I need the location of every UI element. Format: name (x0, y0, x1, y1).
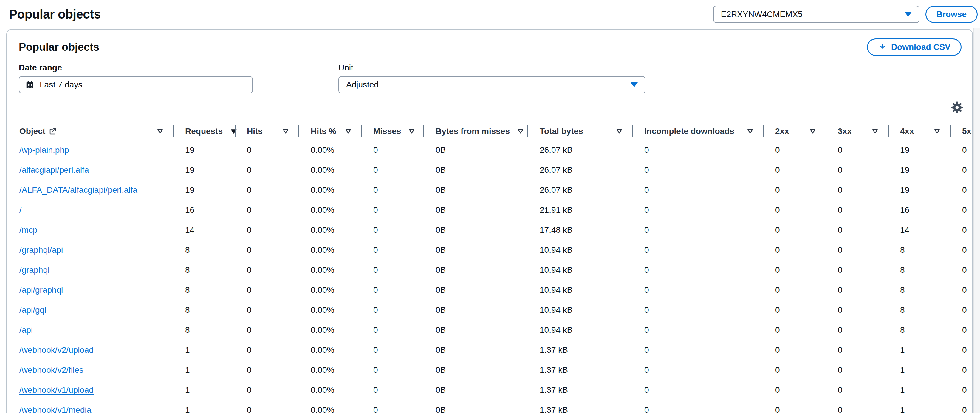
filter-icon[interactable] (282, 128, 289, 135)
cell-bytes_from_misses: 0B (424, 340, 528, 360)
cell-misses: 0 (362, 220, 424, 240)
object-link[interactable]: /webhook/v1/media (19, 405, 91, 413)
settings-gear-icon[interactable] (951, 101, 963, 114)
filter-icon[interactable] (517, 128, 524, 135)
cell-requests: 8 (174, 280, 235, 300)
cell-s5xx: 0 (951, 340, 972, 360)
cell-s3xx: 0 (826, 180, 889, 200)
filter-icon[interactable] (616, 128, 623, 135)
cell-hits: 0 (235, 260, 299, 280)
object-link[interactable]: /alfacgiapi/perl.alfa (19, 165, 89, 175)
column-header-hits[interactable]: Hits (235, 123, 299, 140)
object-link[interactable]: /webhook/v2/files (19, 365, 83, 375)
filter-icon[interactable] (934, 128, 941, 135)
card-header: Popular objects Download CSV (7, 30, 972, 58)
cell-s3xx: 0 (826, 280, 889, 300)
cell-s5xx: 0 (951, 200, 972, 220)
object-link[interactable]: /wp-plain.php (19, 145, 69, 155)
column-header-4xx[interactable]: 4xx (889, 123, 951, 140)
calendar-icon (25, 80, 34, 89)
filter-icon[interactable] (408, 128, 415, 135)
cell-hits_pct: 0.00% (299, 380, 362, 400)
column-header-5xx[interactable]: 5xx (951, 123, 972, 140)
column-header-label: 3xx (838, 126, 852, 136)
cell-s5xx: 0 (951, 320, 972, 340)
table-row: /webhook/v1/upload100.00%00B1.37 kB00010 (19, 380, 972, 400)
cell-hits_pct: 0.00% (299, 280, 362, 300)
popular-objects-page: Popular objects E2RXYNW4CMEMX5 Browse Po… (0, 0, 980, 413)
cell-s3xx: 0 (826, 160, 889, 180)
cell-hits: 0 (235, 180, 299, 200)
cell-hits: 0 (235, 400, 299, 413)
cell-s2xx: 0 (764, 200, 826, 220)
table-header-row: ObjectRequestsHitsHits %MissesBytes from… (19, 123, 972, 140)
unit-label: Unit (338, 63, 646, 73)
cell-object: /api/gql (19, 300, 174, 320)
cell-total_bytes: 10.94 kB (528, 280, 633, 300)
unit-select[interactable]: Adjusted (338, 76, 646, 93)
object-link[interactable]: /api (19, 325, 33, 335)
cell-s2xx: 0 (764, 160, 826, 180)
column-header-hits[interactable]: Hits % (299, 123, 362, 140)
filter-icon[interactable] (809, 128, 816, 135)
download-csv-label: Download CSV (891, 42, 950, 52)
object-link[interactable]: /ALFA_DATA/alfacgiapi/perl.alfa (19, 185, 137, 195)
column-header-label: 4xx (900, 126, 914, 136)
object-link[interactable]: /webhook/v2/upload (19, 345, 94, 354)
object-link[interactable]: /mcp (19, 225, 38, 234)
column-header-2xx[interactable]: 2xx (764, 123, 826, 140)
column-header-misses[interactable]: Misses (362, 123, 424, 140)
object-link[interactable]: /api/graphql (19, 285, 63, 295)
filter-icon[interactable] (156, 128, 164, 135)
cell-s5xx: 0 (951, 260, 972, 280)
cell-hits: 0 (235, 220, 299, 240)
cell-object: /webhook/v2/upload (19, 340, 174, 360)
column-header-incomplete-downloads[interactable]: Incomplete downloads (633, 123, 764, 140)
table-scroll-container[interactable]: ObjectRequestsHitsHits %MissesBytes from… (7, 123, 972, 413)
cell-hits: 0 (235, 380, 299, 400)
cell-requests: 8 (174, 240, 235, 260)
cell-hits: 0 (235, 280, 299, 300)
cell-misses: 0 (362, 400, 424, 413)
download-icon (878, 43, 887, 52)
object-link[interactable]: /graphql/api (19, 245, 63, 255)
table-row: /webhook/v1/media100.00%00B1.37 kB00010 (19, 400, 972, 413)
cell-s3xx: 0 (826, 140, 889, 160)
popular-objects-table: ObjectRequestsHitsHits %MissesBytes from… (19, 123, 972, 413)
distribution-select-value: E2RXYNW4CMEMX5 (721, 10, 803, 19)
cell-total_bytes: 1.37 kB (528, 380, 633, 400)
object-link[interactable]: /webhook/v1/upload (19, 385, 94, 394)
column-header-requests[interactable]: Requests (174, 123, 235, 140)
cell-total_bytes: 10.94 kB (528, 260, 633, 280)
download-csv-button[interactable]: Download CSV (867, 38, 961, 56)
column-header-total-bytes[interactable]: Total bytes (528, 123, 633, 140)
cell-requests: 8 (174, 260, 235, 280)
cell-misses: 0 (362, 320, 424, 340)
cell-hits: 0 (235, 300, 299, 320)
object-link[interactable]: /graphql (19, 265, 49, 274)
filter-icon[interactable] (872, 128, 879, 135)
cell-hits: 0 (235, 140, 299, 160)
browse-button[interactable]: Browse (926, 6, 978, 23)
page-scrollbar[interactable] (974, 28, 980, 413)
cell-bytes_from_misses: 0B (424, 160, 528, 180)
filter-icon[interactable] (345, 128, 352, 135)
object-link[interactable]: /api/gql (19, 305, 46, 314)
cell-total_bytes: 10.94 kB (528, 240, 633, 260)
cell-s3xx: 0 (826, 360, 889, 380)
date-range-input[interactable]: Last 7 days (19, 76, 253, 93)
object-link[interactable]: / (19, 205, 22, 215)
column-header-label: Total bytes (539, 126, 583, 136)
column-header-3xx[interactable]: 3xx (826, 123, 889, 140)
cell-misses: 0 (362, 180, 424, 200)
column-header-bytes-from-misses[interactable]: Bytes from misses (424, 123, 528, 140)
page-title: Popular objects (9, 7, 101, 21)
column-header-object[interactable]: Object (19, 123, 174, 140)
cell-bytes_from_misses: 0B (424, 300, 528, 320)
filter-icon[interactable] (746, 128, 754, 135)
cell-hits: 0 (235, 340, 299, 360)
cell-s4xx: 8 (889, 240, 951, 260)
cell-incomplete_downloads: 0 (633, 260, 764, 280)
cell-requests: 1 (174, 400, 235, 413)
distribution-select[interactable]: E2RXYNW4CMEMX5 (713, 6, 920, 23)
